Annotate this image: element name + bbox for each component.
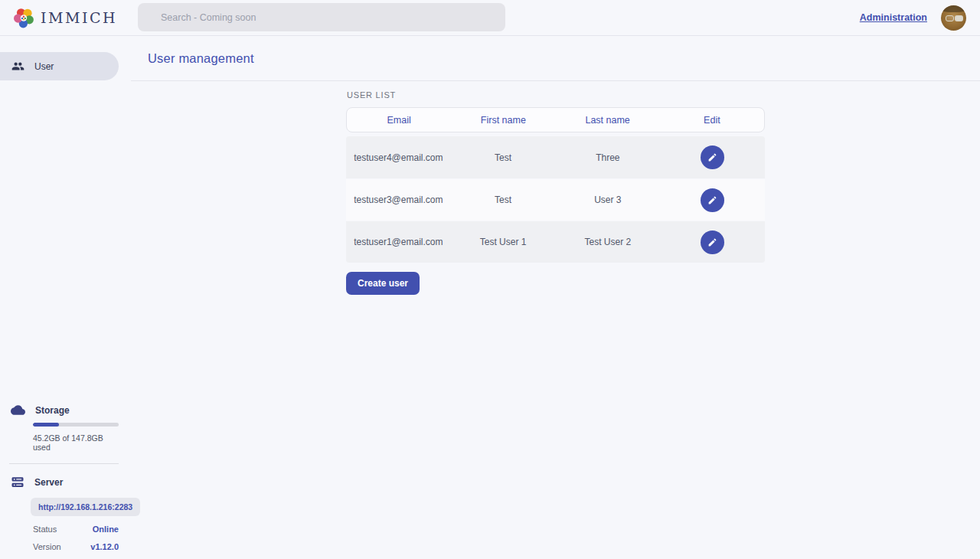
search-input[interactable] [138,3,505,31]
cell-edit [660,145,765,169]
sidebar-status-panel: Storage 45.2GB of 147.8GB used Server ht… [0,403,119,551]
server-info-row: StatusOnline [33,525,119,534]
column-header: Email [347,115,451,126]
server-info-rows: StatusOnlineVersionv1.12.0 [0,525,119,551]
column-header: First name [451,115,555,126]
server-info-value: v1.12.0 [90,542,119,551]
cloud-icon [11,403,25,417]
create-user-button[interactable]: Create user [346,272,420,295]
table-body: testuser4@email.comTestThreetestuser3@em… [346,136,765,263]
column-header: Last name [556,115,660,126]
edit-user-button[interactable] [701,230,724,254]
column-header: Edit [660,115,764,126]
sidebar-item-user[interactable]: User [0,52,119,80]
server-info-value: Online [93,525,119,534]
server-title: Server [34,477,63,488]
cell-first-name: Test User 1 [451,237,556,247]
cell-email: testuser4@email.com [346,152,451,163]
pencil-icon [707,237,717,247]
cell-edit [660,188,765,212]
app-title: IMMICH [41,9,117,26]
sidebar: User Storage 45.2GB of 147.8GB used [0,36,131,559]
server-url-badge: http://192.168.1.216:2283 [31,498,140,516]
cell-last-name: User 3 [556,195,661,205]
table-row: testuser4@email.comTestThree [346,136,765,178]
cell-last-name: Three [556,152,661,163]
app-logo[interactable]: IMMICH [0,8,117,28]
main-content: User management USER LIST EmailFirst nam… [131,36,980,559]
pencil-icon [707,195,717,205]
cell-edit [660,230,765,254]
edit-user-button[interactable] [701,145,724,169]
storage-progress-fill [33,423,59,427]
server-icon [11,476,24,489]
server-info-label: Version [33,542,61,551]
pencil-icon [707,152,717,162]
cell-email: testuser1@email.com [346,237,451,247]
edit-user-button[interactable] [701,188,724,212]
storage-title: Storage [35,405,70,416]
cell-last-name: Test User 2 [556,237,661,247]
table-row: testuser3@email.comTestUser 3 [346,178,765,221]
top-bar: IMMICH Administration [0,0,980,36]
page-title: User management [148,51,254,66]
sidebar-divider [9,463,119,464]
user-list-section-title: USER LIST [347,90,765,100]
server-info-row: Versionv1.12.0 [33,542,119,551]
table-header-row: EmailFirst nameLast nameEdit [346,107,765,132]
server-info-label: Status [33,525,57,534]
cell-first-name: Test [451,152,556,163]
cell-email: testuser3@email.com [346,195,451,205]
sidebar-item-label: User [34,61,54,72]
administration-link[interactable]: Administration [860,12,927,23]
immich-flower-icon [14,8,34,28]
user-avatar[interactable] [941,5,966,31]
users-icon [11,60,24,73]
storage-progress-bar [33,423,119,427]
table-row: testuser1@email.comTest User 1Test User … [346,221,765,263]
cell-first-name: Test [451,195,556,205]
page-header: User management [131,36,980,81]
storage-usage-text: 45.2GB of 147.8GB used [33,433,119,452]
